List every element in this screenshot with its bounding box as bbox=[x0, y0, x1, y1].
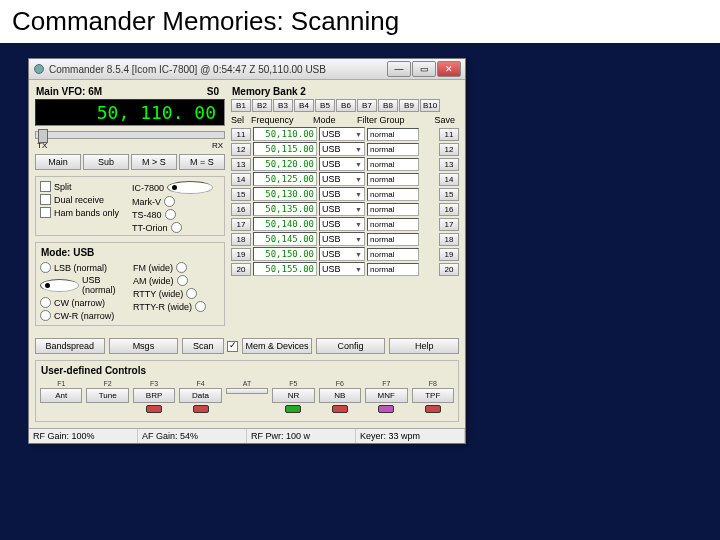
main-button[interactable]: Main bbox=[35, 154, 81, 170]
tuning-slider[interactable] bbox=[35, 131, 225, 139]
mem-save-button[interactable]: 11 bbox=[439, 128, 459, 141]
mode-cw[interactable]: CW (narrow) bbox=[40, 297, 127, 308]
maximize-button[interactable]: ▭ bbox=[412, 61, 436, 77]
scan-button[interactable]: Scan bbox=[182, 338, 224, 354]
mem-filter-field[interactable]: normal bbox=[367, 248, 419, 261]
mem-frequency-field[interactable]: 50,110.00 bbox=[253, 127, 317, 141]
bank-btn-2[interactable]: B2 bbox=[252, 99, 272, 112]
bandspread-button[interactable]: Bandspread bbox=[35, 338, 105, 354]
mem-mode-select[interactable]: USB▼ bbox=[319, 187, 365, 201]
sub-button[interactable]: Sub bbox=[83, 154, 129, 170]
mem-save-button[interactable]: 19 bbox=[439, 248, 459, 261]
mem-filter-field[interactable]: normal bbox=[367, 233, 419, 246]
udc-tpf[interactable]: F8TPF bbox=[412, 380, 454, 415]
mode-rtty[interactable]: RTTY (wide) bbox=[133, 288, 220, 299]
bank-btn-7[interactable]: B7 bbox=[357, 99, 377, 112]
mem-save-button[interactable]: 15 bbox=[439, 188, 459, 201]
mem-select-button[interactable]: 18 bbox=[231, 233, 251, 246]
help-button[interactable]: Help bbox=[389, 338, 459, 354]
mem-mode-select[interactable]: USB▼ bbox=[319, 172, 365, 186]
minimize-button[interactable]: — bbox=[387, 61, 411, 77]
mem-select-button[interactable]: 11 bbox=[231, 128, 251, 141]
bank-btn-3[interactable]: B3 bbox=[273, 99, 293, 112]
mem-frequency-field[interactable]: 50,145.00 bbox=[253, 232, 317, 246]
mem-save-button[interactable]: 12 bbox=[439, 143, 459, 156]
mem-select-button[interactable]: 16 bbox=[231, 203, 251, 216]
mem-frequency-field[interactable]: 50,140.00 bbox=[253, 217, 317, 231]
mem-select-button[interactable]: 15 bbox=[231, 188, 251, 201]
mem-mode-select[interactable]: USB▼ bbox=[319, 262, 365, 276]
rig-ts480[interactable]: TS-480 bbox=[132, 209, 220, 220]
mem-frequency-field[interactable]: 50,125.00 bbox=[253, 172, 317, 186]
rig-markv[interactable]: Mark-V bbox=[132, 196, 220, 207]
rig-orion[interactable]: TT-Orion bbox=[132, 222, 220, 233]
mem-select-button[interactable]: 14 bbox=[231, 173, 251, 186]
mem-frequency-field[interactable]: 50,150.00 bbox=[253, 247, 317, 261]
bank-btn-6[interactable]: B6 bbox=[336, 99, 356, 112]
vfo-swap-button[interactable]: M > S bbox=[131, 154, 177, 170]
close-button[interactable]: ✕ bbox=[437, 61, 461, 77]
bank-btn-1[interactable]: B1 bbox=[231, 99, 251, 112]
mem-frequency-field[interactable]: 50,115.00 bbox=[253, 142, 317, 156]
mem-mode-select[interactable]: USB▼ bbox=[319, 217, 365, 231]
mode-rttyr[interactable]: RTTY-R (wide) bbox=[133, 301, 220, 312]
mem-filter-field[interactable]: normal bbox=[367, 263, 419, 276]
mem-select-button[interactable]: 12 bbox=[231, 143, 251, 156]
mem-save-button[interactable]: 13 bbox=[439, 158, 459, 171]
config-button[interactable]: Config bbox=[316, 338, 386, 354]
mem-filter-field[interactable]: normal bbox=[367, 188, 419, 201]
mem-filter-field[interactable]: normal bbox=[367, 218, 419, 231]
msgs-button[interactable]: Msgs bbox=[109, 338, 179, 354]
bank-btn-8[interactable]: B8 bbox=[378, 99, 398, 112]
udc-nb[interactable]: F6NB bbox=[319, 380, 361, 415]
mem-select-button[interactable]: 13 bbox=[231, 158, 251, 171]
mem-mode-select[interactable]: USB▼ bbox=[319, 157, 365, 171]
ham-bands-checkbox[interactable]: Ham bands only bbox=[40, 207, 128, 218]
mem-save-button[interactable]: 16 bbox=[439, 203, 459, 216]
mem-mode-select[interactable]: USB▼ bbox=[319, 142, 365, 156]
mem-filter-field[interactable]: normal bbox=[367, 173, 419, 186]
mem-select-button[interactable]: 19 bbox=[231, 248, 251, 261]
mem-mode-select[interactable]: USB▼ bbox=[319, 127, 365, 141]
bank-btn-4[interactable]: B4 bbox=[294, 99, 314, 112]
udc-mnf[interactable]: F7MNF bbox=[365, 380, 407, 415]
mem-mode-select[interactable]: USB▼ bbox=[319, 202, 365, 216]
udc-data[interactable]: F4Data bbox=[179, 380, 221, 415]
bank-btn-5[interactable]: B5 bbox=[315, 99, 335, 112]
bank-btn-10[interactable]: B10 bbox=[420, 99, 440, 112]
mem-frequency-field[interactable]: 50,120.00 bbox=[253, 157, 317, 171]
mem-filter-field[interactable]: normal bbox=[367, 158, 419, 171]
mem-select-button[interactable]: 17 bbox=[231, 218, 251, 231]
mem-frequency-field[interactable]: 50,130.00 bbox=[253, 187, 317, 201]
mem-save-button[interactable]: 14 bbox=[439, 173, 459, 186]
mem-save-button[interactable]: 20 bbox=[439, 263, 459, 276]
mode-usb[interactable]: USB (normal) bbox=[40, 275, 127, 295]
col-sel: Sel bbox=[231, 115, 251, 125]
bank-btn-9[interactable]: B9 bbox=[399, 99, 419, 112]
mem-mode-select[interactable]: USB▼ bbox=[319, 232, 365, 246]
mem-save-button[interactable]: 18 bbox=[439, 233, 459, 246]
mem-frequency-field[interactable]: 50,135.00 bbox=[253, 202, 317, 216]
vfo-copy-button[interactable]: M = S bbox=[179, 154, 225, 170]
mem-select-button[interactable]: 20 bbox=[231, 263, 251, 276]
udc-brp[interactable]: F3BRP bbox=[133, 380, 175, 415]
udc-at[interactable]: AT bbox=[226, 380, 268, 415]
scan-checkbox[interactable]: ✓ bbox=[227, 341, 238, 352]
mode-am[interactable]: AM (wide) bbox=[133, 275, 220, 286]
udc-tune[interactable]: F2Tune bbox=[86, 380, 128, 415]
mem-filter-field[interactable]: normal bbox=[367, 128, 419, 141]
mem-frequency-field[interactable]: 50,155.00 bbox=[253, 262, 317, 276]
mem-save-button[interactable]: 17 bbox=[439, 218, 459, 231]
dual-receive-checkbox[interactable]: Dual receive bbox=[40, 194, 128, 205]
split-checkbox[interactable]: Split bbox=[40, 181, 128, 192]
mem-filter-field[interactable]: normal bbox=[367, 203, 419, 216]
mem-devices-button[interactable]: Mem & Devices bbox=[242, 338, 312, 354]
udc-ant[interactable]: F1Ant bbox=[40, 380, 82, 415]
mode-fm[interactable]: FM (wide) bbox=[133, 262, 220, 273]
mode-lsb[interactable]: LSB (normal) bbox=[40, 262, 127, 273]
mem-filter-field[interactable]: normal bbox=[367, 143, 419, 156]
udc-nr[interactable]: F5NR bbox=[272, 380, 314, 415]
rig-7800[interactable]: IC-7800 bbox=[132, 181, 220, 194]
mem-mode-select[interactable]: USB▼ bbox=[319, 247, 365, 261]
mode-cwr[interactable]: CW-R (narrow) bbox=[40, 310, 127, 321]
